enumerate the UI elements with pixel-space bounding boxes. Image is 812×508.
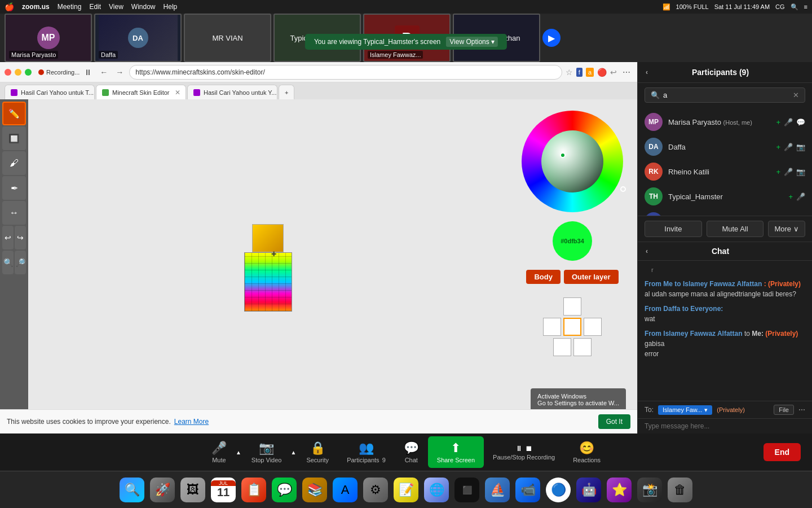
zoom-in-btn[interactable]: 🔍	[2, 251, 14, 274]
dock-star[interactable]: ⭐	[605, 476, 633, 504]
invite-btn[interactable]: Invite	[645, 221, 702, 237]
facebook-bookmark[interactable]: f	[576, 68, 582, 77]
thumb-daffa[interactable]: DA Daffa	[94, 14, 182, 62]
tab-close-mc[interactable]: ✕	[175, 89, 180, 97]
inner-color-dot[interactable]	[560, 152, 566, 158]
mute-all-btn[interactable]: Mute All	[707, 221, 764, 237]
tab-yahoo1[interactable]: Hasil Cari Yahoo untuk T... ✕	[5, 85, 95, 99]
reactions-btn[interactable]: 😊 Reactions	[564, 437, 610, 467]
search-clear-icon[interactable]: ✕	[793, 91, 799, 99]
thumb-islamey[interactable]: R Islamey Fawwaz...	[363, 14, 451, 62]
chat-to-tag[interactable]: Islamey Faw... ▾	[658, 405, 712, 415]
dock-calendar[interactable]: JUL 11	[209, 476, 237, 504]
cam-icon-daffa[interactable]: 📷	[796, 143, 805, 151]
apple-menu[interactable]: 🍎	[5, 2, 14, 11]
search-bar[interactable]: 🔍 ✕	[645, 87, 805, 103]
thumb-mrvian[interactable]: MR VIAN	[184, 14, 271, 62]
template-right-leg[interactable]	[573, 338, 592, 356]
dock-zoom[interactable]: 📹	[514, 476, 542, 504]
dock-messages[interactable]: 💬	[270, 476, 298, 504]
dock-books[interactable]: 📚	[301, 476, 329, 504]
template-left-leg[interactable]	[553, 338, 571, 356]
plus-icon-rheino[interactable]: +	[776, 168, 780, 176]
pencil-tool[interactable]: ✏️	[2, 102, 26, 125]
plus-icon-marisa[interactable]: +	[776, 118, 780, 126]
color-wheel-container[interactable]	[522, 111, 623, 212]
mic-icon-daffa[interactable]: 🎤	[784, 143, 793, 151]
color-wheel-inner[interactable]	[541, 130, 603, 192]
tab-mc-editor[interactable]: Minecraft Skin Editor ✕	[96, 85, 186, 99]
mute-arrow[interactable]: ▲	[236, 446, 242, 459]
body-btn[interactable]: Body	[526, 270, 561, 284]
dock-photos[interactable]: 🖼	[179, 476, 207, 504]
dock-helm[interactable]: ⛵	[483, 476, 511, 504]
end-btn[interactable]: End	[764, 443, 801, 461]
forward-btn[interactable]: →	[113, 66, 126, 78]
minimize-window[interactable]	[15, 69, 21, 76]
thumb-nav-next[interactable]: ▶	[542, 29, 561, 47]
thumb-marisa[interactable]: MP Marisa Paryasto	[5, 14, 92, 62]
app-name[interactable]: zoom.us	[22, 3, 50, 11]
mic-icon-marisa[interactable]: 🎤	[784, 118, 793, 126]
cam-icon-rheino[interactable]: 📷	[796, 168, 805, 176]
eraser-tool[interactable]: 🔲	[2, 126, 26, 150]
more-options-btn[interactable]: ⋯	[620, 66, 633, 78]
search-input[interactable]	[663, 91, 789, 99]
dock-notes[interactable]: 📝	[392, 476, 420, 504]
security-btn[interactable]: 🔒 Security	[297, 437, 338, 467]
tab-yahoo2[interactable]: Hasil Cari Yahoo untuk Y... ✕	[187, 85, 277, 99]
cookie-got-it[interactable]: Got It	[598, 414, 630, 429]
menu-window[interactable]: Window	[131, 3, 156, 11]
outer-color-dot[interactable]	[620, 186, 626, 192]
share-screen-btn[interactable]: ⬆ Share Screen	[428, 436, 484, 468]
participants-chevron[interactable]: ‹	[646, 68, 648, 76]
file-btn[interactable]: File	[774, 405, 794, 415]
skin-3d-model[interactable]: +	[234, 224, 302, 320]
amazon-bookmark[interactable]: a	[586, 68, 594, 77]
back-btn[interactable]: ←	[98, 66, 110, 78]
bookmark-star[interactable]: ☆	[566, 68, 573, 77]
dock-trash[interactable]: 🗑	[666, 476, 694, 504]
video-arrow[interactable]: ▲	[290, 446, 297, 459]
chat-icon-marisa[interactable]: 💬	[796, 118, 805, 126]
template-head-cell[interactable]	[563, 297, 581, 316]
template-torso-selected[interactable]	[563, 318, 581, 336]
chat-btn[interactable]: 💬 Chat	[395, 437, 428, 467]
learn-more-link[interactable]: Learn More	[174, 418, 209, 426]
outer-layer-btn[interactable]: Outer layer	[564, 270, 619, 284]
pause-stop-recording-btn[interactable]: ⏸ ⏹ Pause/Stop Recording	[484, 441, 564, 464]
window-controls[interactable]	[5, 69, 32, 76]
dock-chrome[interactable]: 🔵	[544, 476, 572, 504]
search-icon[interactable]: 🔍	[791, 3, 798, 11]
move-tool[interactable]: ↔	[2, 201, 26, 225]
fill-tool[interactable]: 🖌	[2, 151, 26, 175]
menu-edit[interactable]: Edit	[89, 3, 101, 11]
plus-icon-daffa[interactable]: +	[776, 143, 780, 151]
tab-new[interactable]: +	[279, 85, 294, 99]
dock-capture[interactable]: 📸	[636, 476, 664, 504]
url-bar[interactable]: https://www.minecraftskins.com/skin-edit…	[129, 65, 562, 80]
undo-btn[interactable]: ↩	[2, 226, 14, 249]
template-right-arm[interactable]	[584, 318, 602, 336]
fullscreen-window[interactable]	[25, 69, 32, 76]
view-options-btn[interactable]: View Options ▾	[446, 37, 498, 47]
dock-safari[interactable]: 🌐	[422, 476, 451, 504]
thumb-typical[interactable]: Typical_Hamst...	[273, 14, 361, 62]
dock-preferences[interactable]: ⚙	[361, 476, 390, 504]
stop-video-btn[interactable]: 📷 Stop Video	[242, 437, 291, 467]
mic-icon-typical[interactable]: 🎤	[796, 192, 805, 201]
menu-view[interactable]: View	[109, 3, 123, 11]
redo-btn[interactable]: ↪	[15, 226, 26, 249]
ext-icon1[interactable]: 🔴	[597, 68, 607, 77]
plus-icon-typical[interactable]: +	[788, 192, 793, 201]
chat-more-icon[interactable]: ⋯	[798, 406, 805, 414]
participants-btn[interactable]: 👥 Participants 9	[338, 437, 395, 467]
chat-chevron[interactable]: ‹	[646, 247, 648, 255]
dock-reminders[interactable]: 📋	[240, 476, 268, 504]
recipient-dropdown-icon[interactable]: ▾	[704, 406, 708, 414]
ext-icon2[interactable]: ↩	[610, 68, 617, 77]
dock-finder[interactable]: 🔍	[118, 476, 146, 504]
zoom-out-btn[interactable]: 🔎	[15, 251, 26, 274]
eyedropper-tool[interactable]: ✒	[2, 176, 26, 200]
chat-input[interactable]	[645, 422, 805, 430]
